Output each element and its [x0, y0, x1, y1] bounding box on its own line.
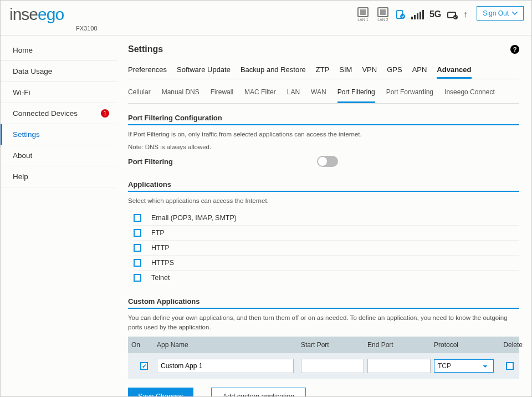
port-filtering-toggle[interactable] [317, 156, 338, 167]
lan2-icon [377, 7, 388, 17]
subtab-port-forwarding[interactable]: Port Forwarding [386, 85, 433, 103]
sidebar: HomeData UsageWi-FiConnected Devices1Set… [1, 35, 117, 397]
lan1-icon [357, 7, 369, 17]
col-end-port: End Port [367, 341, 434, 349]
svg-point-3 [453, 15, 458, 19]
custom-app-row: TCPUDPBoth [128, 353, 519, 379]
sidebar-item-label: Settings [13, 130, 40, 139]
application-name: Email (POP3, IMAP, SMTP) [151, 214, 237, 222]
application-name: Telnet [151, 274, 170, 282]
application-checkbox[interactable] [134, 229, 141, 237]
custom-app-protocol-select[interactable]: TCPUDPBoth [434, 359, 494, 373]
application-checkbox[interactable] [134, 274, 141, 282]
application-row: Email (POP3, IMAP, SMTP) [134, 211, 519, 225]
section-title-applications: Applications [128, 180, 519, 192]
subtab-firewall[interactable]: Firewall [211, 85, 233, 103]
col-delete: Delete [497, 341, 523, 349]
application-row: Telnet [134, 270, 519, 285]
lan2-status: LAN 2 [376, 7, 390, 22]
tab-backup-and-restore[interactable]: Backup and Restore [241, 62, 306, 79]
brand-suffix: ego [38, 5, 64, 23]
network-type: 5G [429, 9, 441, 19]
tab-software-update[interactable]: Software Update [177, 62, 231, 79]
sidebar-item-label: Wi-Fi [13, 88, 30, 96]
lan1-status: LAN 1 [356, 7, 370, 22]
col-protocol: Protocol [434, 341, 497, 349]
application-row: HTTPS [134, 255, 519, 270]
sidebar-item-home[interactable]: Home [1, 40, 117, 61]
add-custom-application-button[interactable]: Add custom application [211, 388, 306, 397]
application-checkbox[interactable] [134, 259, 141, 267]
main-panel: Settings ? PreferencesSoftware UpdateBac… [117, 35, 531, 397]
subtab-wan[interactable]: WAN [311, 85, 326, 103]
brand-logo: inseego [9, 5, 98, 24]
application-checkbox[interactable] [134, 214, 141, 222]
application-checkbox[interactable] [134, 244, 141, 252]
battery-icon [447, 9, 458, 19]
help-icon[interactable]: ? [510, 45, 519, 54]
status-bar: LAN 1 LAN 2 5G ↑ [356, 7, 468, 22]
custom-app-delete-checkbox[interactable] [506, 362, 514, 370]
port-filtering-hint: If Port Filtering is on, only traffic fr… [128, 130, 519, 139]
subtab-manual-dns[interactable]: Manual DNS [162, 85, 200, 103]
upload-icon: ↑ [463, 9, 468, 19]
tab-ztp[interactable]: ZTP [316, 62, 330, 79]
custom-app-end-port-input[interactable] [367, 359, 431, 373]
custom-app-start-port-input[interactable] [301, 359, 364, 373]
application-name: FTP [151, 229, 165, 237]
brand-prefix: inse [9, 5, 38, 23]
sign-out-button[interactable]: Sign Out [477, 6, 524, 21]
col-on: On [131, 341, 157, 349]
lan2-label: LAN 2 [377, 18, 388, 22]
custom-apps-header: On App Name Start Port End Port Protocol… [128, 337, 519, 353]
application-row: HTTP [134, 240, 519, 255]
sidebar-item-connected-devices[interactable]: Connected Devices1 [1, 103, 117, 124]
tab-sim[interactable]: SIM [339, 62, 352, 79]
custom-applications-hint: You can define your own applications, an… [128, 313, 519, 333]
sidebar-item-label: Data Usage [13, 67, 52, 75]
col-start-port: Start Port [301, 341, 367, 349]
tabs-primary: PreferencesSoftware UpdateBackup and Res… [128, 62, 519, 79]
tabs-secondary: CellularManual DNSFirewallMAC FilterLANW… [128, 85, 519, 104]
sidebar-item-data-usage[interactable]: Data Usage [1, 61, 117, 82]
sidebar-item-label: Help [13, 172, 28, 181]
sidebar-item-settings[interactable]: Settings [1, 124, 117, 145]
signal-strength-icon [411, 9, 424, 19]
section-title-port-filtering: Port Filtering Configuration [128, 114, 519, 125]
app-header: inseego FX3100 LAN 1 LAN 2 5G ↑ Sign Out [1, 1, 531, 35]
sidebar-item-about[interactable]: About [1, 145, 117, 166]
subtab-mac-filter[interactable]: MAC Filter [244, 85, 276, 103]
col-app-name: App Name [157, 341, 301, 349]
page-title: Settings [128, 44, 163, 54]
sign-out-label: Sign Out [483, 9, 509, 17]
device-model: FX3100 [76, 25, 98, 32]
subtab-lan[interactable]: LAN [287, 85, 300, 103]
lan1-label: LAN 1 [357, 18, 368, 22]
tab-apn[interactable]: APN [412, 62, 427, 79]
port-filtering-note: Note: DNS is always allowed. [128, 144, 519, 150]
application-name: HTTP [151, 244, 170, 252]
tab-gps[interactable]: GPS [387, 62, 402, 79]
sim-icon [396, 9, 406, 19]
tab-advanced[interactable]: Advanced [437, 62, 471, 79]
brand-block: inseego FX3100 [9, 5, 98, 32]
sidebar-item-help[interactable]: Help [1, 166, 117, 187]
chevron-down-icon [512, 12, 518, 15]
sidebar-item-label: Home [13, 46, 33, 54]
application-name: HTTPS [151, 259, 174, 267]
custom-app-on-checkbox[interactable] [140, 362, 148, 370]
subtab-inseego-connect[interactable]: Inseego Connect [444, 85, 495, 103]
subtab-port-filtering[interactable]: Port Filtering [337, 85, 375, 103]
section-title-custom-applications: Custom Applications [128, 297, 519, 309]
sidebar-item-label: About [13, 151, 32, 160]
save-changes-button[interactable]: Save Changes [128, 388, 193, 397]
notification-badge: 1 [101, 109, 109, 118]
applications-hint: Select which applications can access the… [128, 196, 519, 206]
application-row: FTP [134, 225, 519, 240]
subtab-cellular[interactable]: Cellular [128, 85, 151, 103]
applications-list: Email (POP3, IMAP, SMTP)FTPHTTPHTTPSTeln… [134, 211, 519, 285]
tab-vpn[interactable]: VPN [362, 62, 377, 79]
sidebar-item-wi-fi[interactable]: Wi-Fi [1, 82, 117, 103]
custom-app-name-input[interactable] [157, 359, 294, 373]
tab-preferences[interactable]: Preferences [128, 62, 167, 79]
